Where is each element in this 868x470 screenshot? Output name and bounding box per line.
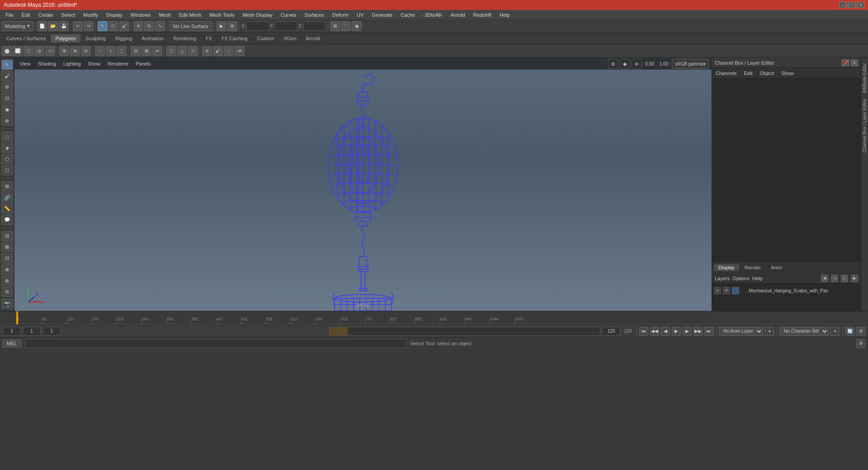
mode-dropdown[interactable]: Modeling ▾ bbox=[2, 21, 33, 31]
render-button[interactable]: ▶ bbox=[217, 21, 226, 31]
display-settings-button3[interactable]: ⊡ bbox=[1, 253, 13, 263]
component-mode1-button[interactable]: □ bbox=[1, 132, 13, 142]
separate-button[interactable]: ⊗ bbox=[70, 46, 80, 56]
layers-prev2-button[interactable]: ◁ bbox=[831, 275, 838, 282]
next-key-button[interactable]: ▶ bbox=[683, 327, 692, 336]
mesh-cube-button[interactable]: ⬜ bbox=[13, 46, 23, 56]
vp-menu-shading[interactable]: Shading bbox=[35, 60, 59, 67]
prev-key-button[interactable]: ◀ bbox=[661, 327, 670, 336]
range-start2-input[interactable] bbox=[23, 327, 41, 336]
menu-help[interactable]: Help bbox=[496, 11, 514, 19]
ctx-tab-polygons[interactable]: Polygons bbox=[51, 34, 80, 42]
ctx-tab-fx[interactable]: FX bbox=[201, 34, 217, 42]
display-settings-button1[interactable]: ⊟ bbox=[1, 231, 13, 241]
snap-grid-button[interactable]: ⊞ bbox=[330, 21, 340, 31]
display-settings-button5[interactable]: ⊕ bbox=[1, 276, 13, 286]
mesh-cylinder-button[interactable]: ⬡ bbox=[24, 46, 33, 56]
anim-layer-dropdown[interactable]: No Anim Layer bbox=[719, 327, 763, 336]
y-input[interactable] bbox=[275, 22, 297, 31]
combine-button[interactable]: ⊕ bbox=[59, 46, 69, 56]
annotate-button[interactable]: 💬 bbox=[1, 215, 13, 225]
vp-icon2[interactable]: ◉ bbox=[620, 59, 630, 69]
paint-ops-button[interactable]: 🖌 bbox=[1, 71, 13, 81]
layers-next2-button[interactable]: ▶ bbox=[851, 275, 858, 282]
menu-edit-mesh[interactable]: Edit Mesh bbox=[175, 11, 205, 19]
skip-start-button[interactable]: ⏮ bbox=[639, 327, 648, 336]
display-tab-display[interactable]: Display bbox=[714, 264, 739, 271]
ctx-tab-animation[interactable]: Animation bbox=[137, 34, 168, 42]
menu-uv[interactable]: UV bbox=[353, 11, 367, 19]
ctx-tab-fx-caching[interactable]: FX Caching bbox=[217, 34, 252, 42]
layer-v-button[interactable]: V bbox=[714, 287, 721, 294]
crease-button[interactable]: ⌿ bbox=[224, 46, 234, 56]
mel-tab[interactable]: MEL bbox=[3, 339, 21, 348]
vp-icon1[interactable]: ⊞ bbox=[608, 59, 618, 69]
vp-menu-lighting[interactable]: Lighting bbox=[61, 60, 84, 67]
vp-icon3[interactable]: ⊕ bbox=[632, 59, 642, 69]
ctx-tab-curves-surfaces[interactable]: Curves / Surfaces bbox=[2, 34, 50, 42]
ctx-tab-xgen[interactable]: XGen bbox=[279, 34, 301, 42]
insert-loop-button[interactable]: ⊟ bbox=[131, 46, 141, 56]
merge-button[interactable]: ⊂ bbox=[188, 46, 198, 56]
playback-settings[interactable]: ⚙ bbox=[856, 327, 865, 336]
menu-cache[interactable]: Cache bbox=[397, 11, 419, 19]
next-frame-button[interactable]: ▶▶ bbox=[693, 327, 703, 336]
move-tool-button[interactable]: ✛ bbox=[133, 21, 143, 31]
camera-icon[interactable]: 📷 bbox=[1, 299, 13, 309]
mesh-plane-button[interactable]: ▭ bbox=[45, 46, 55, 56]
menu-windows[interactable]: Windows bbox=[127, 11, 155, 19]
boolean-button[interactable]: ⊖ bbox=[81, 46, 91, 56]
offset-loop-button[interactable]: ⊞ bbox=[142, 46, 151, 56]
rotate-tool-button[interactable]: ↻ bbox=[144, 21, 154, 31]
mesh-torus-button[interactable]: ◎ bbox=[34, 46, 44, 56]
lasso-select-button[interactable]: ⬡ bbox=[108, 21, 118, 31]
layers-tab-help[interactable]: Help bbox=[752, 276, 763, 281]
display-settings-button4[interactable]: ⊗ bbox=[1, 264, 13, 275]
select-mode-button[interactable]: ↖ bbox=[1, 60, 13, 70]
menu-mesh-display[interactable]: Mesh Display bbox=[239, 11, 276, 19]
component-mode2-button[interactable]: ◈ bbox=[1, 143, 13, 153]
status-settings-button[interactable]: ⚙ bbox=[856, 339, 865, 348]
bevel-button[interactable]: ◇ bbox=[106, 46, 116, 56]
sculpt-button[interactable]: ⊛ bbox=[1, 82, 13, 92]
menu-display[interactable]: Display bbox=[103, 11, 126, 19]
bridge-button[interactable]: ⌶ bbox=[117, 46, 127, 56]
viewport[interactable]: View Shading Lighting Show Renderer Pane… bbox=[14, 58, 712, 311]
vp-menu-renderer[interactable]: Renderer bbox=[105, 60, 131, 67]
character-set-dropdown[interactable]: No Character Set bbox=[780, 327, 829, 336]
gamma-dropdown[interactable]: sRGB gamma ▾ bbox=[672, 59, 709, 69]
menu-generate[interactable]: Generate bbox=[368, 11, 396, 19]
scale-tool-button[interactable]: ⤡ bbox=[155, 21, 165, 31]
layers-tab-options[interactable]: Options bbox=[732, 276, 750, 281]
minimize-button[interactable]: ─ bbox=[839, 2, 846, 8]
open-button[interactable]: 📂 bbox=[48, 21, 58, 31]
loop-button[interactable]: 🔄 bbox=[845, 327, 854, 336]
slide-edge-button[interactable]: ⇔ bbox=[152, 46, 162, 56]
append-polygon-button[interactable]: △ bbox=[177, 46, 187, 56]
snap-point-button[interactable]: ◉ bbox=[352, 21, 362, 31]
display-tab-anim[interactable]: Anim bbox=[766, 264, 787, 271]
menu-edit[interactable]: Edit bbox=[18, 11, 34, 19]
paint-select-button[interactable]: 🖌 bbox=[119, 21, 129, 31]
measure-button[interactable]: 📏 bbox=[1, 204, 13, 214]
vp-menu-panels[interactable]: Panels bbox=[133, 60, 154, 67]
anim-layer-options[interactable]: ▾ bbox=[765, 327, 774, 336]
mel-input[interactable] bbox=[25, 339, 407, 348]
menu-file[interactable]: File bbox=[2, 11, 17, 19]
frame-display-input[interactable] bbox=[42, 327, 61, 336]
ctx-tab-sculpting[interactable]: Sculpting bbox=[81, 34, 110, 42]
channel-tab-show[interactable]: Show bbox=[779, 70, 796, 77]
extrude-button[interactable]: ↑ bbox=[95, 46, 105, 56]
menu-redshift[interactable]: Redshift bbox=[470, 11, 495, 19]
soft-select-button[interactable]: ≋ bbox=[202, 46, 212, 56]
show-manip-button[interactable]: ⊕ bbox=[1, 116, 13, 126]
layers-tab-layers[interactable]: Layers bbox=[715, 276, 730, 281]
channel-box-pin[interactable]: 📌 bbox=[842, 60, 849, 66]
no-live-surface-button[interactable]: No Live Surface bbox=[169, 21, 212, 31]
timeline-range-bar[interactable] bbox=[329, 327, 600, 336]
display-tab-render[interactable]: Render bbox=[740, 264, 765, 271]
range-end-input[interactable] bbox=[602, 327, 620, 336]
snap-together-button[interactable]: ⊞ bbox=[1, 181, 13, 192]
layers-prev-button[interactable]: ◀ bbox=[821, 275, 828, 282]
vp-menu-view[interactable]: View bbox=[17, 60, 33, 67]
